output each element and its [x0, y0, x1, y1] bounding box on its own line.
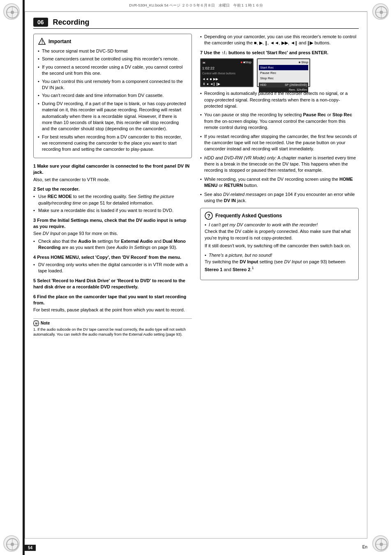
step-4: 4 Press HOME MENU, select 'Copy', then '…: [33, 254, 192, 274]
step-1: 1 Make sure your digital camcorder is co…: [33, 163, 192, 183]
step-4-title: 4 Press HOME MENU, select 'Copy', then '…: [33, 254, 192, 260]
main-content-area: 06 Recording ! Important The source sign…: [25, 12, 367, 539]
step-4-body: DV recording only works when the digital…: [33, 262, 192, 274]
important-bullet-7: For best results when recording from a D…: [38, 134, 187, 153]
screen-timecode: 1:02:22: [202, 66, 251, 71]
warning-icon: !: [38, 37, 46, 46]
faq-question-1: I can't get my DV camcorder to work with…: [205, 222, 354, 227]
page-title: Recording: [53, 18, 90, 27]
important-bullets-list: The source signal must be DVC-SD format …: [38, 48, 187, 153]
important-bullet-3: If you connect a second recorder using a…: [38, 64, 187, 77]
screen-simulation: 📼 ■ ■Stop 1:02:22 Control with these but…: [200, 58, 359, 87]
note-label: Note: [41, 321, 50, 325]
note-text: 1. If the audio subcode on the DV tape c…: [33, 327, 192, 337]
file-info-bar: DVR-530H_KU.book 54 ページ ２００５年６月８日 水曜日 午前…: [25, 0, 367, 12]
right-column: Depending on your camcorder, you can use…: [200, 34, 359, 337]
note-box: N Note 1. If the audio subcode on the DV…: [33, 318, 192, 337]
screen-left-label: Control with these buttons: [202, 71, 251, 76]
faq-answer-2: Try switching the DV Input setting (see …: [205, 259, 354, 273]
right-top-bullets: Depending on your camcorder, you can use…: [200, 34, 359, 46]
important-box: ! Important The source signal must be DV…: [33, 34, 192, 158]
step-3-title: 3 From the Initial Settings menu, check …: [33, 217, 192, 230]
faq-header: ? Frequently Asked Questions: [205, 212, 354, 220]
screen-left: 📼 ■ ■Stop 1:02:22 Control with these but…: [200, 58, 254, 87]
step-2-bullet-2: Make sure a recordable disc is loaded if…: [33, 207, 192, 214]
important-bullet-5: You can't record date and time informati…: [38, 92, 187, 99]
screen-left-top: 📼 ■ ■Stop: [202, 60, 251, 65]
step-7-title: 7 Use the ↑/↓ buttons to select 'Start R…: [200, 50, 359, 56]
faq-item-2: There's a picture, but no sound! Try swi…: [205, 253, 354, 273]
corner-decoration-bl: [3, 535, 20, 552]
chapter-badge: 06: [33, 18, 48, 27]
important-bullet-2: Some camcorders cannot be controlled usi…: [38, 56, 187, 62]
right-bullet-5: While recording, you cannot exit the DV …: [200, 176, 359, 189]
svg-text:N: N: [35, 322, 37, 325]
screen-menu: Start Rec Pause Rec Stop Rec: [259, 65, 308, 81]
left-column: ! Important The source signal must be DV…: [33, 34, 192, 337]
hdd-label: HDD: [260, 83, 266, 87]
step-5: 5 Select 'Record to Hard Disk Drive' or …: [33, 278, 192, 290]
faq-answer-1b: If it still doesn't work, try switching …: [205, 243, 354, 249]
sp-label: SP (2h00m/DVD): [285, 83, 307, 87]
important-bullet-1: The source signal must be DVC-SD format: [38, 48, 187, 54]
locale-label: En: [362, 545, 367, 551]
screen-control-icons-2: ⏸ ● ◄‖ ‖▶: [202, 82, 251, 86]
step-7: 7 Use the ↑/↓ buttons to select 'Start R…: [200, 50, 359, 87]
page-header: 06 Recording: [33, 18, 359, 29]
right-bullet-2: You can pause or stop the recording by s…: [200, 112, 359, 131]
important-bullet-4: You can't control this unit remotely fro…: [38, 78, 187, 91]
step-5-title: 5 Select 'Record to Hard Disk Drive' or …: [33, 278, 192, 290]
screen-right: ■ Stop Start Rec Pause Rec Stop Rec HDD …: [257, 58, 310, 87]
svg-text:!: !: [42, 40, 43, 44]
step-3-bullet-1: Check also that the Audio In settings fo…: [33, 238, 192, 251]
step-6: 6 Find the place on the camcorder tape t…: [33, 294, 192, 313]
right-bullet-4: HDD and DVD-RW (VR Mode) only: A chapter…: [200, 155, 359, 174]
page-footer: 54 En: [25, 545, 367, 551]
faq-icon: ?: [205, 212, 213, 220]
page-number: 54: [25, 545, 36, 551]
content-columns: ! Important The source signal must be DV…: [33, 34, 359, 337]
important-header: ! Important: [38, 37, 187, 46]
screen-control-icons: ◄◄ ■ ▶▶: [202, 77, 251, 81]
faq-item-1: I can't get my DV camcorder to work with…: [205, 222, 354, 249]
corner-decoration-br: [372, 535, 389, 552]
step-6-body: For best results, pause playback at the …: [33, 307, 192, 313]
faq-box: ? Frequently Asked Questions I can't get…: [200, 208, 359, 280]
step-2-bullet-1: Use REC MODE to set the recording qualit…: [33, 193, 192, 206]
corner-decoration-tr: [372, 3, 389, 20]
screen-right-top: ■ Stop: [259, 60, 308, 65]
faq-answer-1a: Check that the DV cable is properly conn…: [205, 228, 354, 242]
right-bullet-6: See also DV-related messages on page 104…: [200, 191, 359, 204]
right-bullet-1: Recording is automatically paused if the…: [200, 90, 359, 109]
step-6-title: 6 Find the place on the camcorder tape t…: [33, 294, 192, 306]
note-header: N Note: [33, 320, 192, 326]
right-bullet-remote: Depending on your camcorder, you can use…: [200, 34, 359, 46]
hdd-info-bar: HDD SP (2h00m/DVD): [259, 83, 308, 88]
important-label: Important: [48, 39, 71, 44]
note-icon: N: [33, 320, 39, 326]
important-bullet-6: During DV recording, if a part of the ta…: [38, 101, 187, 132]
step-4-bullet-1: DV recording only works when the digital…: [33, 262, 192, 274]
menu-pause-rec: Pause Rec: [259, 70, 308, 76]
step-2: 2 Set up the recorder. Use REC MODE to s…: [33, 186, 192, 214]
menu-stop-rec: Stop Rec: [259, 76, 308, 81]
step-1-body: Also, set the camcorder to VTR mode.: [33, 177, 192, 183]
faq-label: Frequently Asked Questions: [215, 213, 282, 219]
right-bullets-list: Recording is automatically paused if the…: [200, 90, 359, 204]
corner-decoration-tl: [3, 3, 20, 20]
svg-text:?: ?: [208, 213, 210, 219]
faq-question-2: There's a picture, but no sound!: [205, 253, 354, 258]
step-1-title: 1 Make sure your digital camcorder is co…: [33, 163, 192, 176]
step-2-title: 2 Set up the recorder.: [33, 186, 192, 192]
step-3: 3 From the Initial Settings menu, check …: [33, 217, 192, 251]
step-2-body: Use REC MODE to set the recording qualit…: [33, 193, 192, 214]
menu-start-rec: Start Rec: [259, 65, 308, 70]
right-bullet-3: If you restart recording after stopping …: [200, 134, 359, 152]
step-3-body: See DV Input on page 93 for more on this…: [33, 230, 192, 251]
